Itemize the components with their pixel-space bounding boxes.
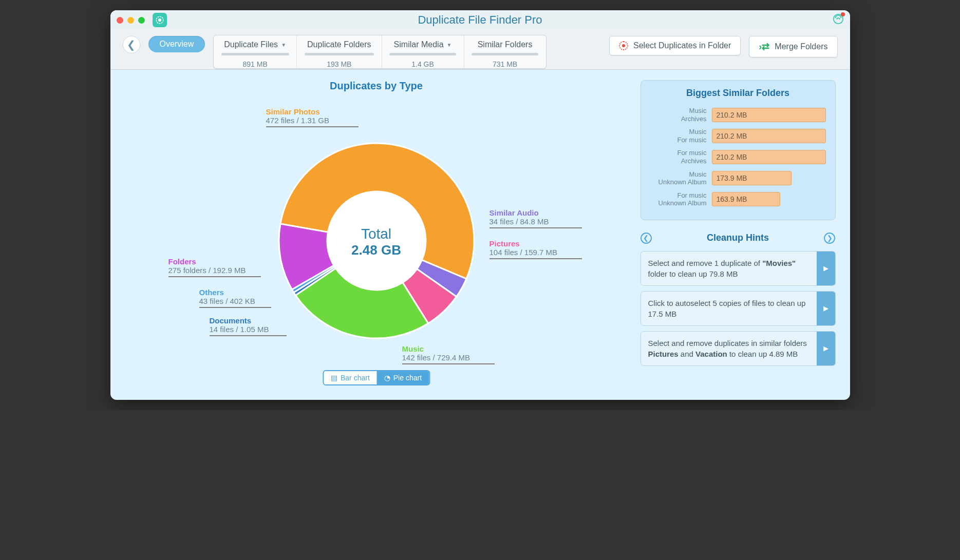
fullscreen-icon[interactable] [138,17,145,24]
tab-gauge [389,53,456,55]
pie-chart-icon: ◔ [384,374,390,382]
folder-label: MusicFor music [650,128,707,144]
folder-label: MusicUnknown Album [650,170,707,186]
updates-icon[interactable] [833,13,844,27]
chevron-right-icon: ▶ [817,332,835,365]
callout-sub: 275 folders / 192.9 MB [168,266,261,275]
folder-row[interactable]: MusicArchives 210.2 MB [650,107,826,123]
chart-area: Total 2.48 GB Similar Photos 472 files /… [125,98,628,385]
tab-label: Similar Media [394,40,444,49]
chevron-right-icon: ▶ [817,292,835,325]
folder-bar-wrap: 163.9 MB [712,192,826,206]
chart-title: Duplicates by Type [125,80,628,92]
callout-title: Others [199,288,271,297]
bar-chart-icon: ▤ [331,374,337,382]
button-label: Bar chart [341,374,370,382]
folder-bar-wrap: 210.2 MB [712,108,826,122]
hint-text: Select and remove 1 duplicate of "Movies… [641,252,817,285]
callout-sub: 472 files / 1.31 GB [266,116,359,125]
tab-gauge [472,53,538,55]
cleanup-hints-panel: ❮ Cleanup Hints ❯ Select and remove 1 du… [641,233,836,371]
svg-point-2 [833,14,842,24]
chevron-right-icon: ▶ [817,252,835,285]
select-duplicates-button[interactable]: Select Duplicates in Folder [609,36,741,55]
tab-duplicate-files[interactable]: Duplicate Files▼ 891 MB [214,35,296,68]
callout-title: Similar Audio [490,208,582,217]
pie-chart-button[interactable]: ◔ Pie chart [377,371,429,384]
hint-text: Select and remove duplicates in similar … [641,332,817,365]
svg-point-1 [158,19,161,22]
callout-pictures: Pictures 104 files / 159.7 MB [490,239,582,259]
panel-title: Biggest Similar Folders [650,88,826,99]
chart-type-toggle: ▤ Bar chart ◔ Pie chart [323,370,430,385]
callout-title: Folders [168,257,261,266]
minimize-icon[interactable] [127,17,134,24]
callout-others: Others 43 files / 402 KB [199,288,271,308]
chevron-down-icon: ▼ [281,42,286,48]
chevron-down-icon: ▼ [447,42,452,48]
callout-sub: 104 files / 159.7 MB [490,248,582,257]
callout-title: Similar Photos [266,107,359,116]
callout-sub: 43 files / 402 KB [199,297,271,305]
back-button[interactable]: ❮ [123,36,140,53]
tab-label: Duplicate Folders [307,40,371,49]
callout-music: Music 142 files / 729.4 MB [402,344,495,364]
folder-bar: 173.9 MB [712,171,792,185]
hint-prev-button[interactable]: ❮ [641,233,652,244]
close-icon[interactable] [117,17,123,24]
callout-sub: 34 files / 84.8 MB [490,217,582,226]
tab-size: 891 MB [242,60,267,68]
folder-bar: 163.9 MB [712,192,780,206]
folder-bar-wrap: 210.2 MB [712,150,826,164]
target-icon [619,41,628,50]
titlebar: Duplicate File Finder Pro [110,10,850,30]
callout-documents: Documents 14 files / 1.05 MB [210,316,287,336]
hint-card[interactable]: Click to autoselect 5 copies of files to… [641,291,836,326]
tab-similar-folders[interactable]: Similar Folders 731 MB [464,35,546,68]
folder-row[interactable]: MusicFor music 210.2 MB [650,128,826,144]
callout-sub: 142 files / 729.4 MB [402,353,495,362]
hint-card[interactable]: Select and remove duplicates in similar … [641,331,836,366]
tab-duplicate-folders[interactable]: Duplicate Folders 193 MB [296,35,382,68]
callout-title: Music [402,344,495,353]
hint-card[interactable]: Select and remove 1 duplicate of "Movies… [641,251,836,286]
folder-row[interactable]: For musicArchives 210.2 MB [650,149,826,165]
bar-chart-button[interactable]: ▤ Bar chart [324,371,377,384]
folder-bar: 210.2 MB [712,129,826,143]
donut-chart[interactable]: Total 2.48 GB [274,138,479,345]
total-value: 2.48 GB [351,242,401,258]
tab-size: 731 MB [493,60,517,68]
button-label: Merge Folders [775,42,827,51]
toolbar: ❮ Overview Duplicate Files▼ 891 MB Dupli… [110,30,850,70]
tab-gauge [305,53,374,55]
folder-label: MusicArchives [650,107,707,123]
window-controls [117,17,145,24]
overview-button[interactable]: Overview [148,36,205,52]
callout-similar-audio: Similar Audio 34 files / 84.8 MB [490,208,582,228]
app-window: Duplicate File Finder Pro ❮ Overview Dup… [110,10,850,400]
donut-center: Total 2.48 GB [351,226,401,258]
tab-similar-media[interactable]: Similar Media▼ 1.4 GB [382,35,464,68]
category-tabs: Duplicate Files▼ 891 MB Duplicate Folder… [213,35,546,69]
callout-sub: 14 files / 1.05 MB [210,325,287,334]
tab-size: 193 MB [327,60,351,68]
button-label: Select Duplicates in Folder [633,41,731,50]
merge-folders-button[interactable]: ›⇄ Merge Folders [749,36,837,57]
biggest-similar-folders-panel: Biggest Similar Folders MusicArchives 21… [641,80,836,220]
tab-label: Similar Folders [478,40,533,49]
content: Duplicates by Type Total 2.48 GB Similar… [110,70,850,400]
folder-row[interactable]: For musicUnknown Album 163.9 MB [650,191,826,207]
callout-title: Pictures [490,239,582,248]
tab-label: Duplicate Files [224,40,278,49]
button-label: Pie chart [393,374,422,382]
callout-similar-photos: Similar Photos 472 files / 1.31 GB [266,107,359,127]
folder-bar: 210.2 MB [712,108,826,122]
folder-bar: 210.2 MB [712,150,826,164]
folder-label: For musicArchives [650,149,707,165]
folder-row[interactable]: MusicUnknown Album 173.9 MB [650,170,826,186]
hint-next-button[interactable]: ❯ [824,233,835,244]
callout-title: Documents [210,316,287,325]
tab-gauge [221,53,289,55]
merge-icon: ›⇄ [759,41,769,52]
panel-title: Cleanup Hints [707,233,769,243]
